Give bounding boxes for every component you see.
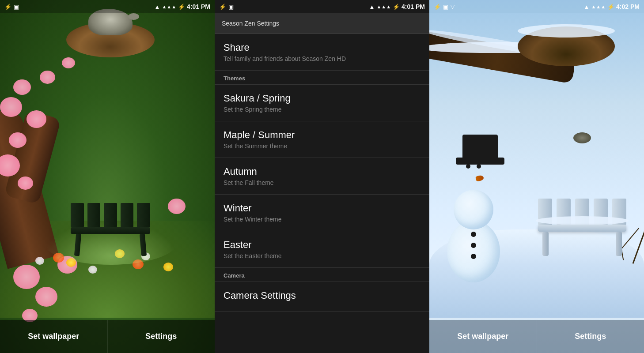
winter-bench-seat <box>538 225 626 232</box>
settings-spring-title: Sakura / Spring <box>224 93 420 104</box>
spring-bench-back <box>71 203 150 227</box>
spring-bench-slat-1 <box>71 203 84 227</box>
blossom-4 <box>27 110 46 128</box>
settings-item-spring[interactable]: Sakura / Spring Set the Spring theme <box>215 85 429 121</box>
settings-panel: ⚡ ▣ ▲ ▲▲▲ ⚡ 4:01 PM Season Zen Settings … <box>215 0 429 353</box>
blossom-10 <box>35 287 57 307</box>
winter-bench-leg-right <box>616 232 622 256</box>
blossom-8 <box>18 176 33 190</box>
status-left-icons: ⚡ ▣ <box>4 4 19 10</box>
winter-download-icon: ▽ <box>451 4 455 10</box>
spring-bench-leg-right <box>140 234 147 256</box>
settings-winter-title: Winter <box>224 203 420 214</box>
status-right-icons: ▲ ▲▲▲ ⚡ 4:01 PM <box>155 3 210 10</box>
settings-item-summer[interactable]: Maple / Summer Set the Summer theme <box>215 121 429 158</box>
winter-bench-snow <box>536 216 629 225</box>
snowman-body <box>447 221 500 282</box>
settings-photo-icon: ▣ <box>228 4 234 10</box>
settings-share-subtitle: Tell family and friends about Season Zen… <box>224 55 420 62</box>
winter-status-time: 4:02 PM <box>616 3 640 10</box>
settings-usb-icon: ⚡ <box>219 4 226 10</box>
blossom-1 <box>13 79 31 95</box>
white-flower-1 <box>35 257 44 265</box>
winter-bench <box>534 199 631 256</box>
settings-winter-subtitle: Set the Winter theme <box>224 216 420 223</box>
winter-set-wallpaper-button[interactable]: Set wallpaper <box>429 320 537 353</box>
winter-settings-button[interactable]: Settings <box>537 320 644 353</box>
blossom-2 <box>0 97 22 117</box>
yellow-flower-3 <box>163 263 173 271</box>
blossom-3 <box>40 71 55 84</box>
snowman-hat <box>462 135 498 161</box>
winter-nest-snow <box>518 24 615 38</box>
blossom-5 <box>62 57 75 68</box>
winter-status-left: ⚡ ▣ ▽ <box>434 4 455 10</box>
spring-bench-seat <box>71 227 150 234</box>
battery-icon: ⚡ <box>178 4 185 10</box>
spring-bench <box>66 203 155 256</box>
settings-item-winter[interactable]: Winter Set the Winter theme <box>215 195 429 231</box>
spring-bottom-bar: Set wallpaper Settings <box>0 320 215 353</box>
winter-status-right: ▲ ▲▲▲ ⚡ 4:02 PM <box>584 3 640 10</box>
settings-camera-title: Camera Settings <box>224 290 420 301</box>
settings-item-easter[interactable]: Easter Set the Easter theme <box>215 231 429 268</box>
settings-summer-subtitle: Set the Summer theme <box>224 143 420 150</box>
spring-status-time: 4:01 PM <box>187 3 210 10</box>
settings-easter-title: Easter <box>224 239 420 251</box>
winter-status-bar: ⚡ ▣ ▽ ▲ ▲▲▲ ⚡ 4:02 PM <box>429 0 644 13</box>
spring-bench-leg-left <box>74 234 81 256</box>
snowman-button-2 <box>471 243 476 248</box>
settings-wifi-icon: ▲ <box>369 4 375 10</box>
blossom-13 <box>168 199 186 214</box>
winter-usb-icon: ⚡ <box>434 4 441 10</box>
spring-bench-slat-4 <box>121 203 134 227</box>
settings-section-camera: Camera <box>215 268 429 282</box>
settings-header: Season Zen Settings <box>215 13 429 34</box>
settings-item-camera[interactable]: Camera Settings <box>215 282 429 312</box>
snowman-eye-left <box>466 164 470 169</box>
photo-icon: ▣ <box>14 4 19 10</box>
blossom-6 <box>9 132 27 148</box>
snowman-eye-right <box>477 164 481 169</box>
settings-easter-subtitle: Set the Easter theme <box>224 252 420 259</box>
winter-wifi-icon: ▲ <box>584 4 590 10</box>
settings-autumn-title: Autumn <box>224 166 420 177</box>
settings-list: Share Tell family and friends about Seas… <box>215 34 429 353</box>
usb-icon: ⚡ <box>4 4 11 10</box>
wifi-icon: ▲ <box>155 4 160 10</box>
settings-autumn-subtitle: Set the Fall theme <box>224 179 420 186</box>
winter-bird <box>573 132 591 143</box>
signal-icon: ▲▲▲ <box>162 4 176 9</box>
spring-wallpaper-panel: ⚡ ▣ ▲ ▲▲▲ ⚡ 4:01 PM Set wallpaper Settin… <box>0 0 215 353</box>
settings-signal-icon: ▲▲▲ <box>376 4 391 9</box>
spring-bench-slat-5 <box>137 203 150 227</box>
snowman-head <box>454 190 493 229</box>
spring-status-bar: ⚡ ▣ ▲ ▲▲▲ ⚡ 4:01 PM <box>0 0 215 13</box>
settings-status-bar: ⚡ ▣ ▲ ▲▲▲ ⚡ 4:01 PM <box>215 0 429 13</box>
settings-title: Season Zen Settings <box>222 20 279 27</box>
winter-wallpaper-panel: ⚡ ▣ ▽ ▲ ▲▲▲ ⚡ 4:02 PM Set wallpaper Sett… <box>429 0 644 353</box>
settings-status-left: ⚡ ▣ <box>219 4 234 10</box>
snowman-button-3 <box>471 254 476 259</box>
settings-status-right: ▲ ▲▲▲ ⚡ 4:01 PM <box>369 3 425 10</box>
blossom-9 <box>13 265 40 289</box>
spring-settings-button[interactable]: Settings <box>108 320 215 353</box>
winter-photo-icon: ▣ <box>443 4 448 10</box>
settings-item-share[interactable]: Share Tell family and friends about Seas… <box>215 34 429 71</box>
settings-battery-icon: ⚡ <box>393 4 400 10</box>
settings-item-autumn[interactable]: Autumn Set the Fall theme <box>215 158 429 195</box>
settings-summer-title: Maple / Summer <box>224 129 420 141</box>
spring-bench-slat-2 <box>87 203 101 227</box>
snowman-button-1 <box>471 232 476 237</box>
winter-snowman <box>447 221 500 282</box>
spring-bench-slat-3 <box>104 203 117 227</box>
settings-status-time: 4:01 PM <box>402 3 425 10</box>
winter-signal-icon: ▲▲▲ <box>591 4 606 9</box>
winter-battery-icon: ⚡ <box>607 4 614 10</box>
spring-set-wallpaper-button[interactable]: Set wallpaper <box>0 320 108 353</box>
winter-bottom-bar: Set wallpaper Settings <box>429 320 644 353</box>
settings-spring-subtitle: Set the Spring theme <box>224 106 420 113</box>
settings-share-title: Share <box>224 42 420 53</box>
white-flower-2 <box>88 266 97 274</box>
settings-section-themes: Themes <box>215 71 429 85</box>
